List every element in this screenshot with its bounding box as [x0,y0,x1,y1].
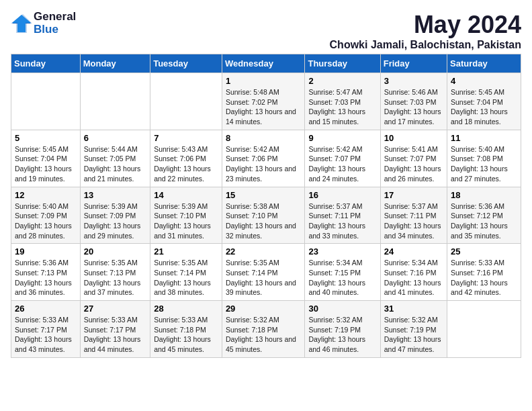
day-info: Sunrise: 5:32 AM Sunset: 7:19 PM Dayligh… [308,315,376,355]
day-info: Sunrise: 5:40 AM Sunset: 7:09 PM Dayligh… [15,201,77,241]
calendar-cell: 2Sunrise: 5:47 AM Sunset: 7:03 PM Daylig… [305,73,380,130]
calendar-cell: 29Sunrise: 5:32 AM Sunset: 7:18 PM Dayli… [222,301,305,358]
day-info: Sunrise: 5:34 AM Sunset: 7:16 PM Dayligh… [384,258,443,298]
day-info: Sunrise: 5:43 AM Sunset: 7:06 PM Dayligh… [154,144,218,184]
day-number: 21 [154,246,218,257]
calendar-cell: 5Sunrise: 5:45 AM Sunset: 7:04 PM Daylig… [11,130,81,187]
day-info: Sunrise: 5:37 AM Sunset: 7:11 PM Dayligh… [384,201,443,241]
calendar-week-2: 5Sunrise: 5:45 AM Sunset: 7:04 PM Daylig… [11,130,521,187]
calendar-cell: 25Sunrise: 5:33 AM Sunset: 7:16 PM Dayli… [447,244,521,301]
day-info: Sunrise: 5:32 AM Sunset: 7:18 PM Dayligh… [226,315,302,355]
day-number: 2 [308,76,376,86]
calendar-cell [11,73,81,130]
day-number: 13 [84,190,146,200]
month-title: May 2024 [330,11,521,39]
page-header: General Blue May 2024 Chowki Jamali, Bal… [11,11,521,51]
calendar-week-4: 19Sunrise: 5:36 AM Sunset: 7:13 PM Dayli… [11,244,521,301]
day-info: Sunrise: 5:36 AM Sunset: 7:12 PM Dayligh… [451,201,517,241]
day-info: Sunrise: 5:42 AM Sunset: 7:06 PM Dayligh… [226,144,302,184]
day-info: Sunrise: 5:38 AM Sunset: 7:10 PM Dayligh… [226,201,302,241]
logo-blue: Blue [34,24,76,36]
calendar-cell [447,301,521,358]
day-info: Sunrise: 5:33 AM Sunset: 7:17 PM Dayligh… [84,315,146,355]
day-number: 18 [451,190,517,200]
day-info: Sunrise: 5:32 AM Sunset: 7:19 PM Dayligh… [384,315,443,355]
day-info: Sunrise: 5:40 AM Sunset: 7:08 PM Dayligh… [451,144,517,184]
day-number: 23 [308,246,376,257]
calendar-cell: 10Sunrise: 5:41 AM Sunset: 7:07 PM Dayli… [380,130,447,187]
day-info: Sunrise: 5:35 AM Sunset: 7:14 PM Dayligh… [226,258,302,298]
day-info: Sunrise: 5:39 AM Sunset: 7:09 PM Dayligh… [84,201,146,241]
calendar-cell: 16Sunrise: 5:37 AM Sunset: 7:11 PM Dayli… [305,187,380,244]
day-info: Sunrise: 5:42 AM Sunset: 7:07 PM Dayligh… [308,144,376,184]
calendar-cell: 13Sunrise: 5:39 AM Sunset: 7:09 PM Dayli… [80,187,150,244]
day-info: Sunrise: 5:35 AM Sunset: 7:13 PM Dayligh… [84,258,146,298]
day-number: 6 [84,133,146,143]
day-number: 9 [308,133,376,143]
calendar-cell: 8Sunrise: 5:42 AM Sunset: 7:06 PM Daylig… [222,130,305,187]
day-info: Sunrise: 5:45 AM Sunset: 7:04 PM Dayligh… [15,144,77,184]
day-info: Sunrise: 5:36 AM Sunset: 7:13 PM Dayligh… [15,258,77,298]
day-header-saturday: Saturday [447,54,521,73]
calendar-cell: 1Sunrise: 5:48 AM Sunset: 7:02 PM Daylig… [222,73,305,130]
calendar-cell: 11Sunrise: 5:40 AM Sunset: 7:08 PM Dayli… [447,130,521,187]
day-info: Sunrise: 5:47 AM Sunset: 7:03 PM Dayligh… [308,87,376,127]
day-number: 29 [226,304,302,314]
calendar-cell: 26Sunrise: 5:33 AM Sunset: 7:17 PM Dayli… [11,301,81,358]
calendar-cell: 4Sunrise: 5:45 AM Sunset: 7:04 PM Daylig… [447,73,521,130]
day-number: 27 [84,304,146,314]
calendar-cell: 22Sunrise: 5:35 AM Sunset: 7:14 PM Dayli… [222,244,305,301]
calendar-cell: 3Sunrise: 5:46 AM Sunset: 7:03 PM Daylig… [380,73,447,130]
day-number: 31 [384,304,443,314]
calendar-cell: 28Sunrise: 5:33 AM Sunset: 7:18 PM Dayli… [150,301,222,358]
calendar-cell [80,73,150,130]
day-header-wednesday: Wednesday [222,54,305,73]
day-info: Sunrise: 5:44 AM Sunset: 7:05 PM Dayligh… [84,144,146,184]
day-number: 15 [226,190,302,200]
day-info: Sunrise: 5:46 AM Sunset: 7:03 PM Dayligh… [384,87,443,127]
days-header-row: SundayMondayTuesdayWednesdayThursdayFrid… [11,54,521,73]
day-info: Sunrise: 5:33 AM Sunset: 7:16 PM Dayligh… [451,258,517,298]
day-header-thursday: Thursday [305,54,380,73]
day-number: 24 [384,246,443,257]
day-number: 30 [308,304,376,314]
day-header-monday: Monday [80,54,150,73]
day-number: 19 [15,246,77,257]
day-number: 22 [226,246,302,257]
title-block: May 2024 Chowki Jamali, Balochistan, Pak… [330,11,521,51]
logo-icon [11,14,32,33]
day-header-sunday: Sunday [11,54,81,73]
day-info: Sunrise: 5:35 AM Sunset: 7:14 PM Dayligh… [154,258,218,298]
day-number: 10 [384,133,443,143]
day-number: 16 [308,190,376,200]
day-header-friday: Friday [380,54,447,73]
calendar-cell: 15Sunrise: 5:38 AM Sunset: 7:10 PM Dayli… [222,187,305,244]
day-number: 14 [154,190,218,200]
day-number: 1 [226,76,302,86]
calendar-cell: 18Sunrise: 5:36 AM Sunset: 7:12 PM Dayli… [447,187,521,244]
calendar-cell: 30Sunrise: 5:32 AM Sunset: 7:19 PM Dayli… [305,301,380,358]
calendar-cell: 19Sunrise: 5:36 AM Sunset: 7:13 PM Dayli… [11,244,81,301]
calendar-table: SundayMondayTuesdayWednesdayThursdayFrid… [11,54,521,358]
calendar-cell: 21Sunrise: 5:35 AM Sunset: 7:14 PM Dayli… [150,244,222,301]
calendar-cell: 14Sunrise: 5:39 AM Sunset: 7:10 PM Dayli… [150,187,222,244]
calendar-cell: 6Sunrise: 5:44 AM Sunset: 7:05 PM Daylig… [80,130,150,187]
day-info: Sunrise: 5:33 AM Sunset: 7:17 PM Dayligh… [15,315,77,355]
day-info: Sunrise: 5:45 AM Sunset: 7:04 PM Dayligh… [451,87,517,127]
day-number: 11 [451,133,517,143]
calendar-week-3: 12Sunrise: 5:40 AM Sunset: 7:09 PM Dayli… [11,187,521,244]
calendar-cell: 7Sunrise: 5:43 AM Sunset: 7:06 PM Daylig… [150,130,222,187]
logo-general: General [34,11,76,24]
day-number: 28 [154,304,218,314]
calendar-cell: 12Sunrise: 5:40 AM Sunset: 7:09 PM Dayli… [11,187,81,244]
calendar-cell: 27Sunrise: 5:33 AM Sunset: 7:17 PM Dayli… [80,301,150,358]
calendar-cell: 31Sunrise: 5:32 AM Sunset: 7:19 PM Dayli… [380,301,447,358]
day-number: 20 [84,246,146,257]
calendar-week-5: 26Sunrise: 5:33 AM Sunset: 7:17 PM Dayli… [11,301,521,358]
day-info: Sunrise: 5:39 AM Sunset: 7:10 PM Dayligh… [154,201,218,241]
calendar-cell: 24Sunrise: 5:34 AM Sunset: 7:16 PM Dayli… [380,244,447,301]
calendar-cell: 23Sunrise: 5:34 AM Sunset: 7:15 PM Dayli… [305,244,380,301]
day-number: 4 [451,76,517,86]
logo: General Blue [11,11,76,36]
day-number: 17 [384,190,443,200]
